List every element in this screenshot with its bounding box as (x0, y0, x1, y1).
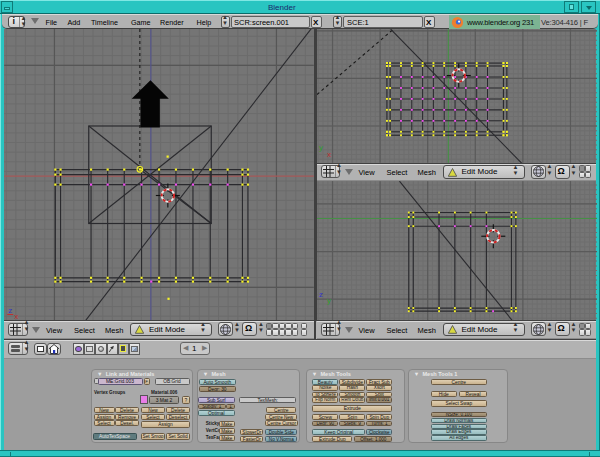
svg-text:y: y (319, 143, 323, 152)
svg-text:x: x (14, 312, 18, 320)
svg-text:z: z (319, 289, 323, 298)
svg-text:y: y (327, 295, 331, 304)
svg-text:x: x (327, 150, 331, 159)
svg-text:z: z (8, 306, 12, 315)
